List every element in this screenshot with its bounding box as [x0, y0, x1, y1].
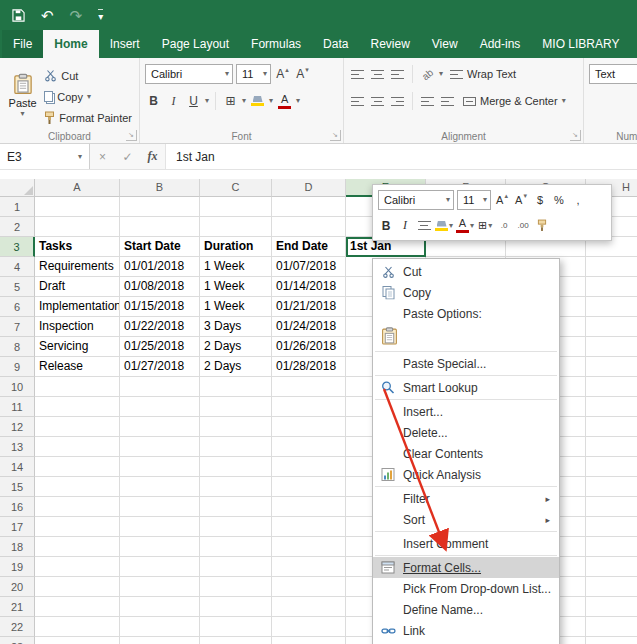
menu-item-insert-comment[interactable]: Insert Comment — [373, 533, 559, 554]
cell-H9[interactable] — [586, 357, 637, 377]
cell-B17[interactable] — [120, 517, 200, 537]
cell-A21[interactable] — [35, 597, 120, 617]
wrap-text-button[interactable]: Wrap Text — [446, 68, 520, 80]
quick-access-dropdown[interactable]: ▾ — [98, 9, 103, 22]
orientation-button[interactable]: ab — [419, 64, 436, 84]
cell-B6[interactable]: 01/15/2018 — [120, 297, 200, 317]
cell-B10[interactable] — [120, 377, 200, 397]
cell-C1[interactable] — [200, 197, 272, 217]
cell-B14[interactable] — [120, 457, 200, 477]
cell-C19[interactable] — [200, 557, 272, 577]
cell-B7[interactable]: 01/22/2018 — [120, 317, 200, 337]
formula-input[interactable]: 1st Jan — [165, 144, 637, 169]
shrink-font-button[interactable]: A▾ — [513, 190, 529, 210]
menu-item-sort[interactable]: Sort▸ — [373, 509, 559, 530]
cell-D4[interactable]: 01/07/2018 — [272, 257, 346, 277]
cell-D11[interactable] — [272, 397, 346, 417]
center-align-button[interactable] — [416, 216, 432, 236]
cell-D1[interactable] — [272, 197, 346, 217]
cell-B18[interactable] — [120, 537, 200, 557]
cell-H17[interactable] — [586, 517, 637, 537]
merge-center-button[interactable]: Merge & Center▾ — [459, 95, 570, 107]
row-header-12[interactable]: 12 — [0, 417, 35, 437]
cell-D20[interactable] — [272, 577, 346, 597]
menu-item-filter[interactable]: Filter▸ — [373, 488, 559, 509]
cell-D14[interactable] — [272, 457, 346, 477]
cell-D10[interactable] — [272, 377, 346, 397]
mini-font-size-combo[interactable]: 11 ▾ — [457, 190, 491, 210]
copy-button[interactable]: Copy ▾ — [42, 87, 134, 106]
cell-C23[interactable] — [200, 637, 272, 644]
row-header-9[interactable]: 9 — [0, 357, 35, 377]
alignment-dialog-launcher[interactable]: ↘ — [570, 130, 581, 141]
paste-option-button[interactable] — [373, 324, 559, 350]
row-header-21[interactable]: 21 — [0, 597, 35, 617]
cell-H14[interactable] — [586, 457, 637, 477]
cell-D13[interactable] — [272, 437, 346, 457]
menu-item-paste-special[interactable]: Paste Special... — [373, 353, 559, 374]
cell-A3[interactable]: Tasks — [35, 237, 120, 257]
cell-D16[interactable] — [272, 497, 346, 517]
fill-color-button[interactable]: ▾ — [435, 216, 453, 236]
cell-C22[interactable] — [200, 617, 272, 637]
cell-A5[interactable]: Draft — [35, 277, 120, 297]
percent-style-button[interactable]: % — [551, 190, 567, 210]
font-size-combo[interactable]: 11 ▾ — [236, 64, 271, 84]
font-dialog-launcher[interactable]: ↘ — [330, 130, 341, 141]
row-header-8[interactable]: 8 — [0, 337, 35, 357]
increase-decimal-button[interactable]: .00 — [515, 216, 531, 236]
enter-button[interactable]: ✓ — [115, 144, 140, 169]
insert-function-button[interactable]: fx — [140, 144, 165, 169]
cell-B9[interactable]: 01/27/2018 — [120, 357, 200, 377]
cell-A4[interactable]: Requirements — [35, 257, 120, 277]
cell-H18[interactable] — [586, 537, 637, 557]
bottom-align-button[interactable] — [389, 64, 406, 84]
cell-H20[interactable] — [586, 577, 637, 597]
cell-A2[interactable] — [35, 217, 120, 237]
comma-style-button[interactable]: , — [570, 190, 586, 210]
font-color-button[interactable]: A▾ — [456, 216, 474, 236]
column-header-A[interactable]: A — [35, 179, 120, 197]
cell-B2[interactable] — [120, 217, 200, 237]
menu-item-cut[interactable]: Cut — [373, 261, 559, 282]
cell-C3[interactable]: Duration — [200, 237, 272, 257]
cell-C9[interactable]: 2 Days — [200, 357, 272, 377]
row-header-11[interactable]: 11 — [0, 397, 35, 417]
cell-D5[interactable]: 01/14/2018 — [272, 277, 346, 297]
bold-button[interactable]: B — [145, 91, 162, 111]
row-header-7[interactable]: 7 — [0, 317, 35, 337]
cell-H8[interactable] — [586, 337, 637, 357]
row-header-10[interactable]: 10 — [0, 377, 35, 397]
name-box[interactable]: E3 ▾ — [0, 144, 90, 169]
fill-color-button[interactable] — [249, 91, 266, 111]
row-header-22[interactable]: 22 — [0, 617, 35, 637]
cell-A16[interactable] — [35, 497, 120, 517]
tab-page-layout[interactable]: Page Layout — [151, 30, 240, 58]
menu-item-delete[interactable]: Delete... — [373, 422, 559, 443]
row-header-14[interactable]: 14 — [0, 457, 35, 477]
font-color-button[interactable]: A — [276, 91, 293, 111]
redo-button[interactable]: ↷ — [70, 8, 83, 23]
cell-B22[interactable] — [120, 617, 200, 637]
decrease-indent-button[interactable] — [419, 91, 436, 111]
cut-button[interactable]: Cut — [42, 66, 134, 85]
cell-H10[interactable] — [586, 377, 637, 397]
cell-A22[interactable] — [35, 617, 120, 637]
cell-D8[interactable]: 01/26/2018 — [272, 337, 346, 357]
row-header-19[interactable]: 19 — [0, 557, 35, 577]
cell-B5[interactable]: 01/08/2018 — [120, 277, 200, 297]
mini-font-name-combo[interactable]: Calibri ▾ — [378, 190, 454, 210]
tab-view[interactable]: View — [421, 30, 469, 58]
cell-C4[interactable]: 1 Week — [200, 257, 272, 277]
row-header-17[interactable]: 17 — [0, 517, 35, 537]
cell-A10[interactable] — [35, 377, 120, 397]
menu-item-quick-analysis[interactable]: Quick Analysis — [373, 464, 559, 485]
cell-D7[interactable]: 01/24/2018 — [272, 317, 346, 337]
column-header-C[interactable]: C — [200, 179, 272, 197]
grow-font-button[interactable]: A▴ — [494, 190, 510, 210]
save-button[interactable] — [12, 9, 25, 22]
cell-H23[interactable] — [586, 637, 637, 644]
font-name-combo[interactable]: Calibri ▾ — [145, 64, 233, 84]
menu-item-smart-lookup[interactable]: Smart Lookup — [373, 377, 559, 398]
column-header-B[interactable]: B — [120, 179, 200, 197]
